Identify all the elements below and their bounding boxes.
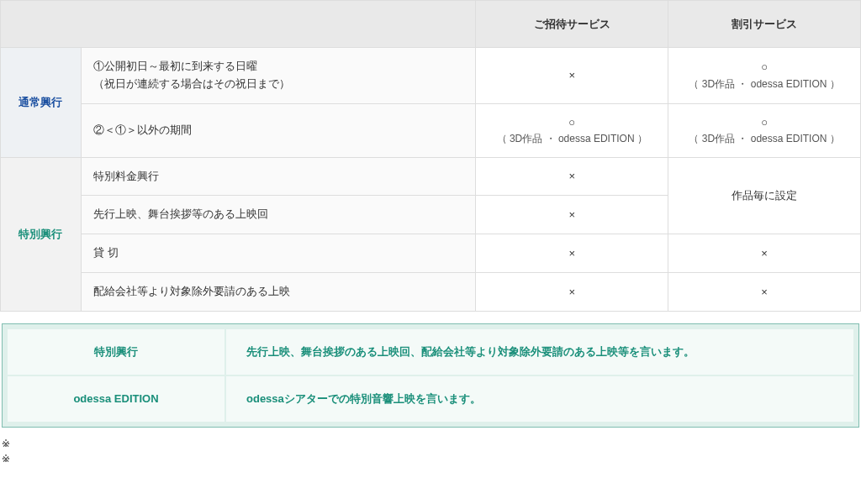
service-table: ご招待サービス 割引サービス 通常興行 ①公開初日～最初に到来する日曜 （祝日が…	[0, 0, 861, 312]
special-row4-invite: ×	[476, 272, 668, 311]
definitions-table: 特別興行 先行上映、舞台挨拶のある上映回、配給会社等より対象除外要請のある上映等…	[6, 328, 855, 423]
normal-row1-invite: ×	[476, 48, 668, 104]
normal-row2-discount: ○ （ 3D作品 ・ odessa EDITION ）	[668, 103, 861, 157]
def-term-2: odessa EDITION	[7, 375, 225, 423]
special-row1-label: 特別料金興行	[81, 157, 475, 196]
footnotes: ※ ※	[2, 436, 859, 466]
special-row2-invite: ×	[476, 196, 668, 234]
header-invite: ご招待サービス	[476, 1, 668, 48]
normal-row2-label: ②＜①＞以外の期間	[81, 103, 475, 157]
def-text-1: 先行上映、舞台挨拶のある上映回、配給会社等より対象除外要請のある上映等を言います…	[225, 328, 854, 375]
mark: ○	[568, 116, 575, 129]
definitions-box: 特別興行 先行上映、舞台挨拶のある上映回、配給会社等より対象除外要請のある上映等…	[2, 323, 859, 428]
footnote-2: ※	[2, 451, 859, 466]
mark: ○	[761, 116, 768, 129]
mark: ○	[761, 60, 768, 73]
special-row2-label: 先行上映、舞台挨拶等のある上映回	[81, 196, 475, 234]
special-row1-invite: ×	[476, 157, 668, 196]
def-term-1: 特別興行	[7, 328, 225, 375]
normal-row1-label-line1: ①公開初日～最初に到来する日曜	[93, 60, 257, 72]
special-row4-discount: ×	[668, 272, 861, 311]
normal-row1-label-line2: （祝日が連続する場合はその祝日まで）	[93, 77, 290, 90]
special-row4-label: 配給会社等より対象除外要請のある上映	[81, 272, 475, 311]
group-special: 特別興行	[1, 157, 82, 311]
note: （ 3D作品 ・ odessa EDITION ）	[689, 78, 839, 90]
special-row3-discount: ×	[668, 234, 861, 273]
group-normal: 通常興行	[1, 48, 82, 158]
special-row3-label: 貸 切	[81, 234, 475, 273]
note: （ 3D作品 ・ odessa EDITION ）	[689, 133, 839, 144]
corner-cell	[1, 1, 476, 48]
special-row12-discount: 作品毎に設定	[668, 157, 861, 234]
def-text-2: odessaシアターでの特別音響上映を言います。	[225, 375, 854, 423]
header-discount: 割引サービス	[668, 1, 861, 48]
normal-row1-discount: ○ （ 3D作品 ・ odessa EDITION ）	[668, 48, 861, 104]
footnote-1: ※	[2, 436, 859, 451]
note: （ 3D作品 ・ odessa EDITION ）	[497, 133, 647, 144]
normal-row2-invite: ○ （ 3D作品 ・ odessa EDITION ）	[476, 103, 668, 157]
special-row3-invite: ×	[476, 234, 668, 273]
normal-row1-label: ①公開初日～最初に到来する日曜 （祝日が連続する場合はその祝日まで）	[81, 48, 475, 104]
